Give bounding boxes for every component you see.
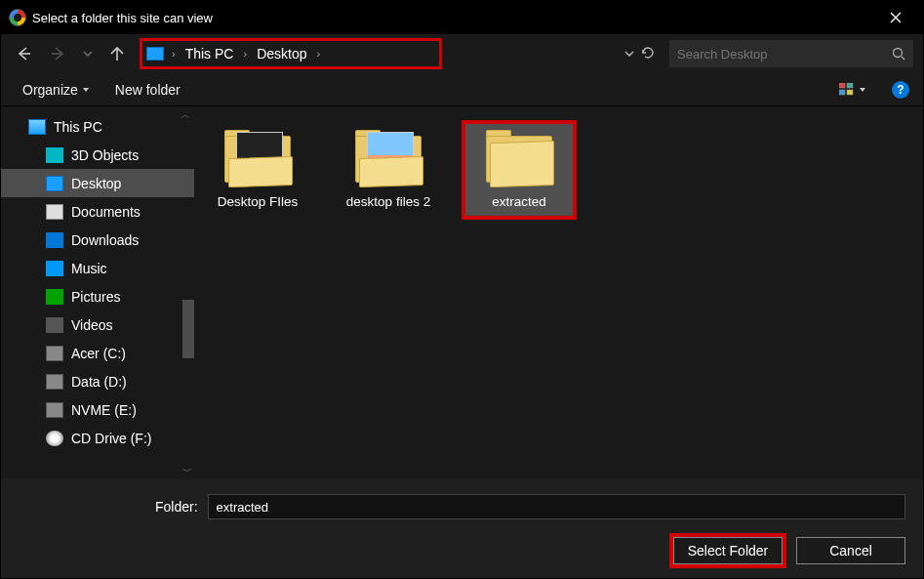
- folder-item-selected[interactable]: extracted: [465, 124, 573, 216]
- help-button[interactable]: ?: [892, 81, 909, 99]
- folder-label: desktop files 2: [346, 194, 430, 210]
- search-input[interactable]: [677, 47, 886, 62]
- organize-menu[interactable]: Organize: [22, 82, 90, 98]
- cancel-button[interactable]: Cancel: [796, 537, 905, 564]
- tree-item-desktop[interactable]: Desktop: [1, 169, 194, 197]
- select-folder-button[interactable]: Select Folder: [673, 537, 783, 564]
- folder-label: Desktop FIles: [218, 194, 299, 210]
- folder-icon: [353, 130, 423, 188]
- cube-icon: [46, 147, 63, 163]
- cd-icon: [46, 431, 63, 446]
- view-icon: [839, 83, 855, 97]
- bottom-bar: Folder: Select Folder Cancel: [1, 478, 923, 578]
- close-button[interactable]: [876, 1, 915, 34]
- folder-content[interactable]: Desktop FIles desktop files 2 extracted: [194, 106, 923, 478]
- arrow-up-icon: [108, 45, 126, 62]
- svg-rect-4: [847, 90, 853, 95]
- pictures-icon: [46, 289, 63, 305]
- thispc-icon: [146, 47, 164, 61]
- tree-scrollbar[interactable]: ﹀: [181, 124, 194, 478]
- back-button[interactable]: [11, 41, 36, 66]
- svg-rect-2: [847, 83, 853, 88]
- chevron-down-icon: [82, 86, 90, 94]
- breadcrumb-item[interactable]: Desktop: [255, 46, 308, 62]
- tree-label: Documents: [71, 204, 141, 220]
- arrow-left-icon: [15, 45, 32, 62]
- tree-item-drive-e[interactable]: NVME (E:): [1, 395, 194, 424]
- tree-label: Videos: [71, 317, 113, 333]
- tree-label: Downloads: [71, 232, 139, 248]
- chevron-down-icon: [83, 49, 93, 59]
- navigation-tree: ︿ This PC 3D Objects Desktop Documents D…: [1, 106, 194, 478]
- search-icon: [892, 47, 905, 61]
- chevron-right-icon: ›: [313, 48, 325, 60]
- music-icon: [46, 261, 63, 276]
- tree-label: This PC: [54, 119, 102, 135]
- dialog-title: Select a folder this site can view: [32, 11, 213, 25]
- folder-name-input[interactable]: [208, 494, 905, 519]
- tree-item-drive-c[interactable]: Acer (C:): [1, 339, 194, 367]
- chrome-icon: [9, 9, 26, 26]
- tree-label: CD Drive (F:): [71, 431, 151, 446]
- toolbar: Organize New folder ?: [1, 73, 923, 106]
- tree-label: 3D Objects: [71, 147, 139, 163]
- svg-rect-3: [839, 90, 845, 95]
- folder-item[interactable]: desktop files 2: [335, 124, 442, 216]
- tree-item-thispc[interactable]: This PC: [1, 112, 194, 141]
- folder-item[interactable]: Desktop FIles: [204, 124, 311, 216]
- titlebar: Select a folder this site can view: [1, 1, 923, 34]
- folder-name-row: Folder:: [19, 494, 905, 519]
- arrow-right-icon: [50, 45, 67, 62]
- folder-icon: [222, 130, 293, 188]
- tree-item-drive-d[interactable]: Data (D:): [1, 367, 194, 395]
- videos-icon: [46, 317, 63, 333]
- new-folder-button[interactable]: New folder: [115, 82, 181, 98]
- tree-label: Acer (C:): [71, 346, 126, 361]
- body: ︿ This PC 3D Objects Desktop Documents D…: [1, 106, 923, 478]
- forward-button[interactable]: [46, 41, 71, 66]
- address-controls: [624, 45, 660, 63]
- folder-picker-dialog: Select a folder this site can view › Thi…: [0, 0, 924, 579]
- scrollbar-thumb[interactable]: [182, 300, 194, 358]
- tree-item-documents[interactable]: Documents: [1, 197, 194, 226]
- thispc-icon: [28, 119, 46, 135]
- breadcrumb[interactable]: › This PC › Desktop ›: [140, 38, 442, 69]
- svg-rect-1: [839, 83, 845, 88]
- folder-icon: [484, 130, 554, 188]
- tree-label: Music: [71, 261, 107, 276]
- search-box[interactable]: [669, 40, 913, 67]
- chevron-right-icon: ›: [168, 48, 180, 60]
- drive-icon: [46, 346, 63, 361]
- navbar: › This PC › Desktop ›: [1, 34, 923, 73]
- scroll-up-arrow[interactable]: ︿: [181, 108, 190, 122]
- tree-item-downloads[interactable]: Downloads: [1, 226, 194, 254]
- close-icon: [890, 12, 902, 23]
- scroll-down-arrow[interactable]: ﹀: [181, 465, 194, 478]
- breadcrumb-item[interactable]: This PC: [183, 46, 236, 62]
- tree-item-3dobjects[interactable]: 3D Objects: [1, 141, 194, 169]
- folder-label: extracted: [492, 194, 546, 210]
- history-dropdown[interactable]: [624, 46, 634, 62]
- tree-item-videos[interactable]: Videos: [1, 310, 194, 339]
- recent-dropdown[interactable]: [81, 41, 95, 66]
- tree-item-music[interactable]: Music: [1, 254, 194, 282]
- organize-label: Organize: [22, 82, 78, 98]
- chevron-right-icon: ›: [239, 48, 251, 60]
- tree-item-cd-drive[interactable]: CD Drive (F:): [1, 424, 194, 452]
- tree-label: NVME (E:): [71, 402, 137, 418]
- view-options-button[interactable]: [839, 83, 866, 97]
- tree-label: Pictures: [71, 289, 121, 305]
- up-button[interactable]: [104, 41, 130, 66]
- tree-label: Data (D:): [71, 374, 127, 390]
- desktop-icon: [46, 176, 63, 191]
- svg-point-0: [894, 49, 903, 58]
- chevron-down-icon: [859, 86, 866, 94]
- chevron-down-icon: [624, 49, 634, 59]
- folder-field-label: Folder:: [155, 499, 198, 515]
- drive-icon: [46, 374, 63, 390]
- tree-item-pictures[interactable]: Pictures: [1, 282, 194, 310]
- download-icon: [46, 232, 63, 248]
- refresh-icon: [640, 45, 656, 61]
- refresh-button[interactable]: [640, 45, 656, 63]
- drive-icon: [46, 402, 63, 418]
